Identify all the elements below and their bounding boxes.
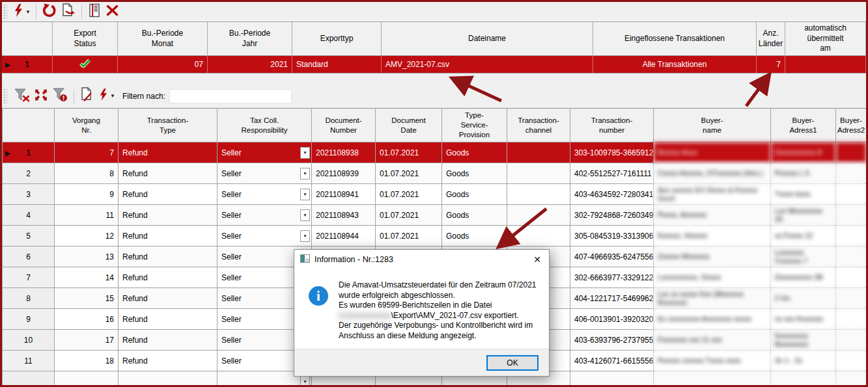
cell-tax-responsibility[interactable]: Seller▼ [217,184,312,205]
column-header-transaction-number[interactable]: Transaction- number [570,109,654,142]
cell-type-service[interactable]: Goods [442,184,507,205]
column-header-dateiname[interactable]: Dateiname [382,22,593,55]
cell-transaction-type[interactable]: Refund [119,288,217,309]
cell-vorgang[interactable]: 11 [55,205,119,226]
column-header-type-service[interactable]: Type- Service- Provision [442,109,507,142]
cell-buyer-name[interactable]: Axx sxxxxx EX Dxxxx & Kxxxxx GxxX [654,184,771,205]
cell-transaction-type[interactable]: Refund [119,247,217,267]
cell-vorgang[interactable]: 14 [55,267,119,288]
cell-buyer-adress2[interactable] [836,142,867,163]
column-header-buyer-adress2[interactable]: Buyer- Adress2 [836,109,867,142]
cell-document-number[interactable]: 2021108941 [312,184,376,205]
cell-transaction-number[interactable]: 403-4634592-7280341 [570,184,654,205]
cell-document-date[interactable]: 01.07.2021 [376,163,442,184]
cell-buyer-name[interactable]: Cxxxx-Hxxxxx, OTxxxxxxx (Hxx.) [654,163,771,184]
cell-buyer-adress1[interactable]: Lxxxxxxx Cxxxxxx 7 [771,247,836,267]
cell-channel[interactable] [507,226,570,247]
column-header-exporttyp[interactable]: Exporttyp [292,22,382,55]
column-header-buyer-name[interactable]: Buyer- name [654,109,771,142]
cell-buyer-adress1[interactable]: Pxxxxx L 5 [771,163,836,184]
table-row[interactable]: ▶4 11 Refund Seller▼ 2021108943 01.07.20… [3,205,867,226]
cell-document-date[interactable]: 01.07.2021 [376,142,442,163]
cell-buyer-name[interactable]: Fxxxxxxx xxx 11 xxx [654,330,771,351]
cell-transaction-type[interactable]: Refund [119,142,217,163]
tax-dropdown-button[interactable]: ▼ [300,168,310,180]
cell-transaction-number[interactable]: 403-6393796-2737955 [570,330,654,351]
cell-transaction-type[interactable]: Refund [119,163,217,184]
cell-buyer-adress2[interactable] [836,205,867,226]
cell-type-service[interactable]: Goods [442,205,507,226]
table-row[interactable]: ▶1 7 Refund Seller▼ 2021108938 01.07.202… [3,142,867,163]
refresh-button[interactable] [40,3,59,20]
row-number-cell[interactable]: ▶3 [3,184,55,205]
column-header-periode-jahr[interactable]: Bu.-Periode Jahr [208,22,292,55]
cell-channel[interactable] [507,142,570,163]
row-number-cell[interactable]: ▶4 [3,205,55,226]
delete-button[interactable] [104,3,122,20]
cell-transaction-type[interactable]: Refund [119,330,217,351]
row-number-cell[interactable]: ▶10 [3,330,55,351]
cell-transaction-number[interactable]: 303-1009785-3665912 [570,142,654,163]
cell-transaction-type[interactable] [119,371,217,387]
row-number-cell[interactable]: ▶11 [3,351,55,371]
cell-vorgang[interactable]: 18 [55,351,119,371]
column-header[interactable] [3,109,55,142]
cell-vorgang[interactable]: 15 [55,288,119,309]
cell-transaction-type[interactable]: Refund [119,309,217,330]
cell-type-service[interactable]: Goods [442,163,507,184]
cell-buyer-adress1[interactable]: Dxxxxxxxxxx 8 [771,142,836,163]
row-number-cell[interactable]: ▶6 [3,247,55,267]
column-header-tax-responsibility[interactable]: Tax Coll. Responsibility [217,109,312,142]
cell-buyer-adress1[interactable]: Lxx Mxxxxxxxx 25 [771,205,836,226]
cell-vorgang[interactable]: 7 [55,142,119,163]
row-number-cell[interactable]: ▶9 [3,309,55,330]
column-header-channel[interactable]: Transaction- channel [507,109,570,142]
cell-vorgang[interactable]: 8 [55,163,119,184]
cell-buyer-adress2[interactable] [836,184,867,205]
column-header-export-status[interactable]: Export Status [53,22,118,55]
column-header-uebermittelt[interactable]: automatisch übermittelt am [785,22,866,55]
cell-vorgang[interactable]: 12 [55,226,119,247]
column-header-document-date[interactable]: Document Date [376,109,442,142]
cell-type-service[interactable]: Goods [442,142,507,163]
cell-channel[interactable] [507,163,570,184]
cell-buyer-adress2[interactable] [836,330,867,351]
cell-vorgang[interactable]: 16 [55,309,119,330]
row-number-cell[interactable]: ▶7 [3,267,55,288]
cell-buyer-adress1[interactable]: 2 Ixx [771,288,836,309]
cell-buyer-adress2[interactable] [836,351,867,371]
cell-transaction-type[interactable]: Refund [119,267,217,288]
row-number-cell[interactable]: ▶ [3,371,55,387]
tax-dropdown-button[interactable]: ▼ [300,209,310,221]
cell-transaction-type[interactable]: Refund [119,184,217,205]
cell-vorgang[interactable]: 17 [55,330,119,351]
cell-tax-responsibility[interactable]: Seller▼ [217,205,312,226]
row-number-cell[interactable]: ▶1 [3,142,55,163]
cell-buyer-adress1[interactable]: xx xxx Kxxxxxx [771,309,836,330]
tax-dropdown-button[interactable]: ▼ [300,230,310,242]
column-header-document-number[interactable]: Document- Number [312,109,376,142]
tax-dropdown-button[interactable]: ▼ [300,376,310,387]
toolbar-grip[interactable] [4,89,8,103]
cell-tax-responsibility[interactable]: Seller▼ [217,226,312,247]
cell-buyer-name[interactable]: Ex xxxxxxxxx Axxxxxxx xxxxx [654,309,771,330]
cell-document-date[interactable]: 01.07.2021 [376,205,442,226]
run-export-button[interactable]: ▼ [12,3,33,20]
cell-channel[interactable] [507,184,570,205]
ok-button[interactable]: OK [486,355,539,371]
column-header-anz-laender[interactable]: Anz. Länder [757,22,785,55]
cell-buyer-name[interactable] [654,371,771,387]
cell-buyer-adress2[interactable] [836,309,867,330]
cell-buyer-name[interactable]: Kxxxxx, Hxxxxx [654,226,771,247]
table-row[interactable]: ▶3 9 Refund Seller▼ 2021108941 01.07.202… [3,184,867,205]
tax-dropdown-button[interactable]: ▼ [300,189,310,200]
row-number-cell[interactable]: ▶5 [3,226,55,247]
table-row[interactable]: ▶5 12 Refund Seller▼ 2021108944 01.07.20… [3,226,867,247]
cell-document-number[interactable]: 2021108943 [312,205,376,226]
cell-buyer-name[interactable]: Lxx xx xxxxx Kxx (Mxxxxxx Rxxxxxx) [654,288,771,309]
cell-transaction-type[interactable]: Refund [119,351,217,371]
column-header-transaction-type[interactable]: Transaction- Type [119,109,217,142]
cell-tax-responsibility[interactable]: Seller▼ [217,142,312,163]
cell-buyer-adress2[interactable] [836,247,867,267]
tax-dropdown-button[interactable]: ▼ [300,147,310,159]
